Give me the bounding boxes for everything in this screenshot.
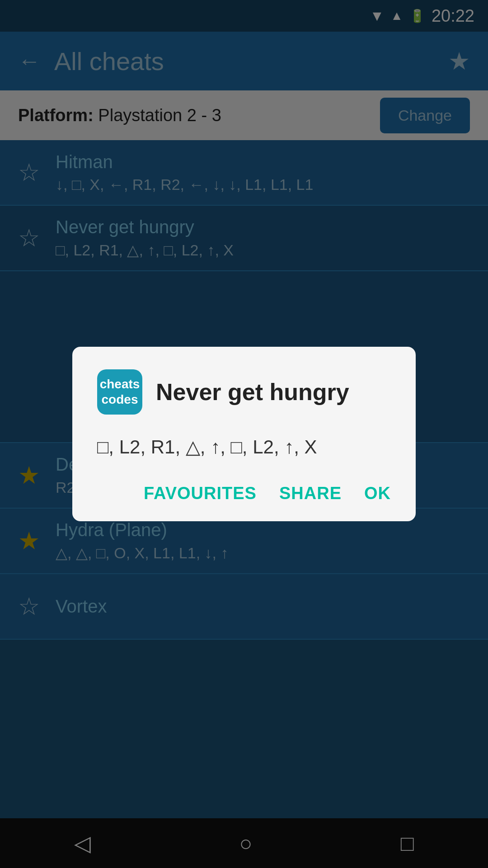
favourites-button[interactable]: FAVOURITES (144, 484, 257, 503)
dialog-overlay[interactable]: cheats codes Never get hungry □, L2, R1,… (0, 0, 488, 868)
dialog-header: cheats codes Never get hungry (97, 369, 391, 415)
dialog-title: Never get hungry (156, 378, 349, 406)
dialog-actions: FAVOURITES SHARE OK (97, 484, 391, 503)
dialog-code: □, L2, R1, △, ↑, □, L2, ↑, X (97, 433, 391, 461)
dialog-app-icon-text: cheats codes (100, 377, 140, 407)
ok-button[interactable]: OK (364, 484, 391, 503)
dialog: cheats codes Never get hungry □, L2, R1,… (72, 347, 416, 521)
share-button[interactable]: SHARE (279, 484, 342, 503)
dialog-app-icon: cheats codes (97, 369, 142, 415)
